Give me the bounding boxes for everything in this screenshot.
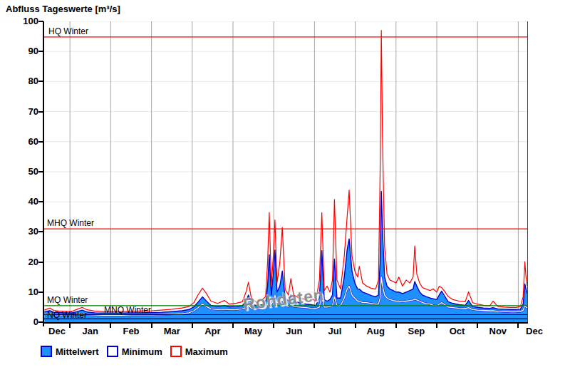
y-axis-tick xyxy=(38,262,43,263)
reference-label-mhq-winter: MHQ Winter xyxy=(47,218,94,228)
y-axis-label: 80 xyxy=(11,76,38,86)
x-axis-label: Apr xyxy=(204,326,220,336)
legend-item-minimum: Minimum xyxy=(107,346,162,357)
x-axis-label: Jul xyxy=(328,326,342,336)
legend-label-maximum: Maximum xyxy=(185,346,228,357)
x-axis-label: Dec xyxy=(48,326,66,336)
plot-area xyxy=(44,21,527,322)
legend-swatch-mittelwert-icon xyxy=(41,346,52,357)
x-axis-label: Jan xyxy=(83,326,98,336)
legend-label-mittelwert: Mittelwert xyxy=(56,346,99,357)
legend-label-minimum: Minimum xyxy=(122,346,162,357)
x-axis-label: Dec xyxy=(526,326,543,336)
x-axis-label: Nov xyxy=(489,326,507,336)
y-axis-label: 0 xyxy=(11,316,38,327)
x-axis-tick xyxy=(314,324,315,328)
y-axis-label: 70 xyxy=(11,106,38,117)
x-axis-tick xyxy=(436,324,437,328)
legend-item-mittelwert: Mittelwert xyxy=(41,346,99,357)
y-axis-tick xyxy=(38,201,43,202)
x-axis-label: Aug xyxy=(367,326,385,336)
x-axis-tick xyxy=(395,324,397,328)
y-axis-tick xyxy=(38,21,43,22)
y-axis-label: 60 xyxy=(11,136,38,147)
x-axis-tick xyxy=(517,324,519,328)
reference-label-nq-winter: NQ Winter xyxy=(47,310,87,320)
x-axis-tick xyxy=(151,324,152,328)
x-axis-label: Sep xyxy=(408,326,425,336)
y-axis-label: 10 xyxy=(11,287,38,297)
y-axis-tick xyxy=(38,141,43,143)
y-axis-label: 20 xyxy=(11,257,38,267)
y-axis-label: 50 xyxy=(11,166,38,177)
reference-label-mq-winter: MQ Winter xyxy=(47,295,88,305)
plot-right-border xyxy=(527,21,528,322)
x-axis-tick xyxy=(192,324,193,328)
x-axis-label: Oct xyxy=(450,326,465,336)
y-axis-tick xyxy=(38,111,43,113)
y-axis-tick xyxy=(38,51,43,52)
y-axis-tick xyxy=(38,231,43,232)
x-axis-label: Mar xyxy=(164,326,180,336)
y-axis-tick xyxy=(38,321,43,323)
x-axis-tick xyxy=(477,324,478,328)
x-axis-label: Feb xyxy=(123,326,139,336)
y-axis-tick xyxy=(38,292,43,293)
y-axis-line xyxy=(43,21,44,326)
y-axis-label: 30 xyxy=(11,226,38,237)
legend-swatch-minimum-icon xyxy=(107,346,118,357)
max-line xyxy=(44,31,527,312)
y-axis-label: 40 xyxy=(11,196,38,207)
reference-label-mnq-winter: MNQ Winter xyxy=(104,305,151,315)
y-axis-tick xyxy=(38,171,43,172)
y-axis-label: 90 xyxy=(11,46,38,56)
x-axis-tick xyxy=(355,324,356,328)
x-axis-tick xyxy=(232,324,234,328)
y-axis-tick xyxy=(38,81,43,82)
x-axis-label: Jun xyxy=(286,326,302,336)
legend-item-maximum: Maximum xyxy=(170,346,228,357)
discharge-chart: Abfluss Tageswerte [m³/s] Rohdaten Mitte… xyxy=(0,0,570,392)
x-axis-line xyxy=(43,322,528,324)
chart-title: Abfluss Tageswerte [m³/s] xyxy=(6,4,120,14)
x-axis-tick xyxy=(110,324,111,328)
x-axis-tick xyxy=(69,324,71,328)
x-axis-label: May xyxy=(244,326,262,336)
legend-swatch-maximum-icon xyxy=(170,346,182,357)
reference-label-hq-winter: HQ Winter xyxy=(48,26,88,36)
y-axis-label: 100 xyxy=(11,16,38,26)
legend: Mittelwert Minimum Maximum xyxy=(41,346,228,357)
x-axis-tick xyxy=(273,324,274,328)
